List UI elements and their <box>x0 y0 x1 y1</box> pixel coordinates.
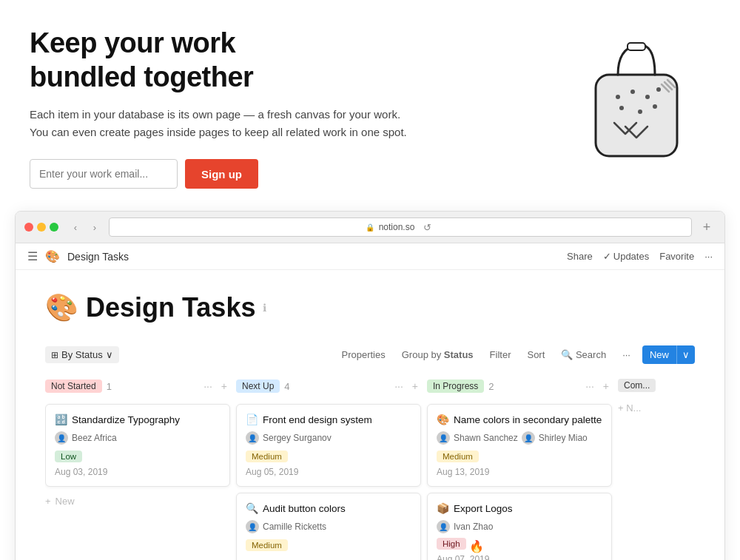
filter-button[interactable]: Filter <box>485 346 516 363</box>
card-date: Aug 05, 2019 <box>246 467 411 477</box>
priority-badge: Low <box>55 451 82 462</box>
share-button[interactable]: Share <box>567 251 593 262</box>
topbar-right: Share ✓ Updates Favorite ··· <box>567 251 713 262</box>
notion-topbar: ☰ 🎨 Design Tasks Share ✓ Updates Favorit… <box>16 243 724 270</box>
dot-close[interactable] <box>24 223 33 232</box>
group-by-button[interactable]: Group by Status <box>397 346 478 363</box>
new-tab-button[interactable]: + <box>698 218 716 236</box>
browser-chrome: ‹ › 🔒 notion.so ↺ + <box>16 212 724 243</box>
card-icon: 🎨 <box>437 414 449 425</box>
svg-point-6 <box>619 106 624 110</box>
breadcrumb-title: Design Tasks <box>67 251 129 263</box>
col-header-not-started: Not Started 1 ··· + <box>45 376 230 397</box>
svg-rect-1 <box>628 43 645 50</box>
refresh-button[interactable]: ↺ <box>419 219 435 235</box>
col-actions-in-progress: ··· + <box>582 379 612 394</box>
more-options-button[interactable]: ··· <box>618 346 635 363</box>
col-add-not-started[interactable]: + <box>218 379 230 394</box>
avatar-2: 👤 <box>522 431 535 445</box>
svg-point-7 <box>638 109 642 114</box>
page-header-icon: 🎨 <box>45 292 78 323</box>
card-title: 🎨 Name colors in secondary palette <box>437 414 602 425</box>
card-title: 🔡 Standardize Typography <box>55 414 221 425</box>
col-complete-partial: Com... + N... <box>618 376 677 560</box>
db-toolbar: ⊞ By Status ∨ Properties Group by Status… <box>45 345 695 364</box>
col-actions-next-up: ··· + <box>391 379 421 394</box>
partial-add[interactable]: + N... <box>618 402 677 414</box>
card-title: 🔍 Audit button colors <box>246 502 411 514</box>
status-badge-in-progress: In Progress <box>427 379 484 393</box>
properties-button[interactable]: Properties <box>337 346 389 363</box>
kanban-board: Not Started 1 ··· + 🔡 Standardize <box>45 376 695 560</box>
hero-title: Keep your work bundled together <box>30 27 414 94</box>
toolbar-right: Properties Group by Status Filter Sort 🔍… <box>337 345 695 364</box>
dot-minimize[interactable] <box>37 223 46 232</box>
card-date: Aug 03, 2019 <box>55 467 221 477</box>
address-bar[interactable]: 🔒 notion.so ↺ <box>109 217 692 237</box>
avatar: 👤 <box>246 431 259 445</box>
svg-point-2 <box>616 95 620 99</box>
card-assignee: 👤 Sergey Surganov <box>246 431 411 445</box>
hero-illustration <box>562 19 710 167</box>
col-header-left: Next Up 4 <box>236 379 290 393</box>
view-selector[interactable]: ⊞ By Status ∨ <box>45 346 119 363</box>
col-more-next-up[interactable]: ··· <box>391 379 406 394</box>
assignee-name: Beez Africa <box>72 433 117 443</box>
assignee-name-2: Shirley Miao <box>539 433 588 443</box>
signup-button[interactable]: Sign up <box>185 159 258 189</box>
col-add-in-progress[interactable]: + <box>600 379 612 394</box>
card-icon: 📄 <box>246 414 258 425</box>
card-front-end-design[interactable]: 📄 Front end design system 👤 Sergey Surga… <box>236 404 421 487</box>
url-text: notion.so <box>379 222 415 232</box>
new-button-dropdown[interactable]: ∨ <box>676 345 695 364</box>
info-icon[interactable]: ℹ <box>263 302 266 314</box>
more-button[interactable]: ··· <box>704 251 713 262</box>
favorite-button[interactable]: Favorite <box>659 251 694 262</box>
search-button[interactable]: 🔍 Search <box>556 346 610 363</box>
back-button[interactable]: ‹ <box>67 219 84 235</box>
col-header-in-progress: In Progress 2 ··· + <box>427 376 612 397</box>
fire-icon: 🔥 <box>469 539 484 553</box>
priority-badge: Medium <box>246 451 288 462</box>
card-export-logos[interactable]: 📦 Export Logos 👤 Ivan Zhao High 🔥 <box>427 493 612 560</box>
card-icon: 🔡 <box>55 414 67 425</box>
forward-button[interactable]: › <box>87 219 103 235</box>
card-assignee: 👤 Ivan Zhao <box>437 520 602 533</box>
email-input[interactable] <box>30 159 178 189</box>
browser-nav: ‹ › <box>67 219 103 235</box>
sort-button[interactable]: Sort <box>522 346 549 363</box>
col-actions-not-started: ··· + <box>201 379 230 394</box>
col-more-not-started[interactable]: ··· <box>201 379 215 394</box>
page-title: Design Tasks <box>86 292 255 323</box>
menu-icon[interactable]: ☰ <box>27 249 38 263</box>
assignee-name: Camille Ricketts <box>263 522 326 532</box>
notion-content: 🎨 Design Tasks ℹ ⊞ By Status ∨ Propert <box>16 270 724 560</box>
col-more-in-progress[interactable]: ··· <box>582 379 597 394</box>
dot-fullscreen[interactable] <box>50 223 58 232</box>
updates-button[interactable]: ✓ Updates <box>603 251 649 262</box>
priority-badge: Medium <box>246 539 288 551</box>
browser-window: ‹ › 🔒 notion.so ↺ + ☰ 🎨 Design Tasks Sha… <box>15 211 725 560</box>
card-date: Aug 13, 2019 <box>437 467 602 477</box>
card-name-colors[interactable]: 🎨 Name colors in secondary palette 👤 Sha… <box>427 404 612 487</box>
new-button[interactable]: New ∨ <box>642 345 695 364</box>
svg-point-3 <box>630 90 635 94</box>
card-assignee: 👤 Shawn Sanchez 👤 Shirley Miao <box>437 431 602 445</box>
priority-badge: High <box>437 538 466 550</box>
avatar: 👤 <box>437 431 450 445</box>
add-new-not-started[interactable]: + New <box>45 493 230 510</box>
content-wrapper: 🎨 Design Tasks ℹ ⊞ By Status ∨ Propert <box>16 270 724 560</box>
card-audit-button-colors[interactable]: 🔍 Audit button colors 👤 Camille Ricketts… <box>236 493 421 560</box>
col-add-next-up[interactable]: + <box>409 379 421 394</box>
status-badge-not-started: Not Started <box>45 379 102 393</box>
hero-content: Keep your work bundled together Each ite… <box>30 27 414 189</box>
assignee-name: Ivan Zhao <box>454 522 493 532</box>
partial-header: Com... <box>618 376 677 395</box>
card-assignee: 👤 Camille Ricketts <box>246 520 411 533</box>
col-header-next-up: Next Up 4 ··· + <box>236 376 421 397</box>
signup-form: Sign up <box>30 159 414 189</box>
card-assignee: 👤 Beez Africa <box>55 431 221 445</box>
assignee-name: Sergey Surganov <box>263 433 332 443</box>
col-count-not-started: 1 <box>107 381 112 392</box>
card-standardize-typography[interactable]: 🔡 Standardize Typography 👤 Beez Africa L… <box>45 404 230 487</box>
